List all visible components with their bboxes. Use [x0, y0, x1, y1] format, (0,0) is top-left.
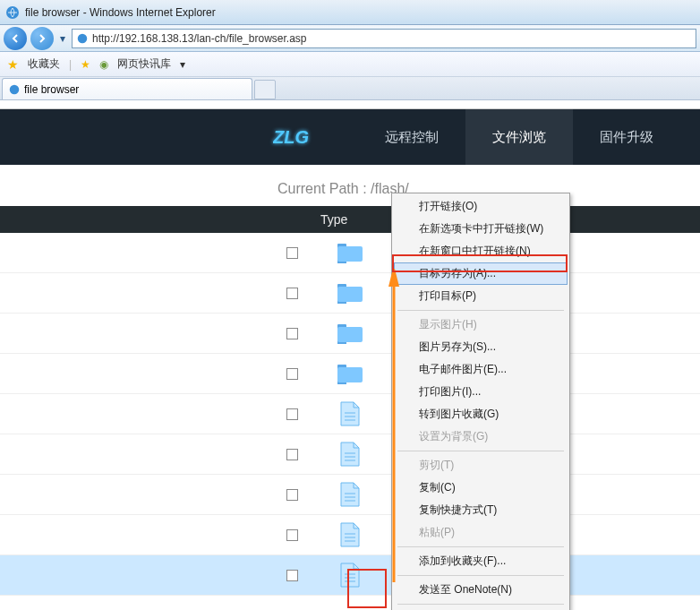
file-row[interactable]	[0, 394, 700, 434]
ctx-open-link[interactable]: 打开链接(O)	[394, 195, 568, 218]
window-title: file browser - Windows Internet Explorer	[25, 6, 216, 19]
ctx-goto-image-fav[interactable]: 转到图片收藏(G)	[394, 403, 568, 425]
browser-navbar: ▾	[0, 25, 700, 52]
svg-point-2	[10, 84, 20, 94]
ctx-print-target[interactable]: 打印目标(P)	[394, 285, 568, 307]
address-bar[interactable]	[72, 29, 696, 48]
row-checkbox[interactable]	[286, 328, 298, 339]
ctx-show-image: 显示图片(H)	[394, 314, 568, 336]
favorites-bar: ★ 收藏夹 | ★ ◉ 网页快讯库 ▾	[0, 52, 700, 77]
nav-remote-control[interactable]: 远程控制	[358, 109, 465, 165]
folder-icon[interactable]	[334, 240, 366, 265]
nav-history-dropdown[interactable]: ▾	[57, 28, 68, 49]
ctx-email-image[interactable]: 电子邮件图片(E)...	[394, 358, 568, 381]
svg-rect-7	[337, 287, 363, 302]
file-row[interactable]: dso_1.wfm	[0, 555, 700, 596]
svg-rect-5	[337, 246, 363, 262]
forward-button[interactable]	[30, 27, 54, 50]
file-row[interactable]	[0, 354, 700, 394]
folder-icon[interactable]	[334, 280, 366, 305]
file-row[interactable]	[0, 475, 700, 515]
tab-title: file browser	[24, 83, 79, 96]
context-menu: 打开链接(O) 在新选项卡中打开链接(W) 在新窗口中打开链接(N) 目标另存为…	[391, 193, 570, 610]
separator: |	[69, 58, 72, 71]
tab-bar: file browser	[0, 77, 700, 100]
folder-icon[interactable]	[334, 361, 366, 386]
favorites-star-icon[interactable]: ★	[7, 57, 19, 72]
row-checkbox[interactable]	[286, 247, 298, 259]
ctx-save-image-as[interactable]: 图片另存为(S)...	[394, 336, 568, 358]
new-tab-button[interactable]	[254, 80, 276, 99]
page-header: ZLG 远程控制 文件浏览 固件升级	[0, 109, 700, 165]
ctx-print-image[interactable]: 打印图片(I)...	[394, 381, 568, 403]
ctx-copy[interactable]: 复制(C)	[394, 477, 568, 499]
url-input[interactable]	[92, 32, 692, 45]
file-icon[interactable]	[334, 522, 366, 547]
ctx-add-to-favorites[interactable]: 添加到收藏夹(F)...	[394, 550, 568, 572]
ctx-separator	[397, 310, 564, 311]
svg-rect-11	[337, 367, 363, 382]
ie-icon	[5, 5, 20, 20]
ie-tab-icon	[8, 83, 21, 96]
ctx-separator	[397, 546, 564, 547]
dropdown-icon[interactable]: ▾	[180, 58, 185, 71]
ctx-separator	[397, 575, 564, 576]
nav-firmware-upgrade[interactable]: 固件升级	[573, 109, 680, 165]
svg-point-1	[78, 33, 88, 43]
path-label: Current Path :	[277, 181, 367, 196]
folder-icon[interactable]	[334, 321, 366, 346]
file-icon[interactable]	[334, 482, 366, 507]
ctx-separator	[397, 451, 564, 451]
quick-links-label[interactable]: 网页快讯库	[117, 56, 171, 72]
nav-file-browse[interactable]: 文件浏览	[465, 109, 573, 165]
file-row[interactable]	[0, 273, 700, 314]
row-checkbox[interactable]	[286, 529, 298, 541]
zlg-logo[interactable]: ZLG	[269, 124, 322, 150]
file-row[interactable]	[0, 434, 700, 475]
ctx-open-new-tab[interactable]: 在新选项卡中打开链接(W)	[394, 218, 568, 240]
file-list: dso_1.wfm	[0, 233, 700, 596]
web-slice-icon: ◉	[99, 58, 108, 71]
ctx-separator	[397, 604, 564, 605]
file-row[interactable]	[0, 314, 700, 354]
content-divider	[0, 100, 700, 109]
file-icon[interactable]	[334, 442, 366, 467]
ie-page-icon	[76, 32, 89, 45]
svg-text:ZLG: ZLG	[273, 127, 309, 147]
window-titlebar: file browser - Windows Internet Explorer	[0, 0, 700, 25]
back-button[interactable]	[4, 27, 27, 50]
ctx-set-as-background: 设置为背景(G)	[394, 425, 568, 448]
file-icon[interactable]	[334, 401, 366, 426]
ctx-paste: 粘贴(P)	[394, 521, 568, 544]
file-icon[interactable]	[334, 563, 366, 588]
ctx-open-new-window[interactable]: 在新窗口中打开链接(N)	[394, 240, 568, 262]
ctx-send-onenote[interactable]: 发送至 OneNote(N)	[394, 579, 568, 601]
row-checkbox[interactable]	[286, 408, 298, 420]
suggested-icon: ★	[81, 58, 90, 71]
ctx-cut: 剪切(T)	[394, 454, 568, 477]
browser-tab[interactable]: file browser	[2, 78, 252, 99]
ctx-copy-shortcut[interactable]: 复制快捷方式(T)	[394, 499, 568, 521]
svg-rect-9	[337, 327, 363, 342]
current-path-row: Current Path : /flash/	[0, 165, 700, 206]
file-row[interactable]	[0, 515, 700, 555]
column-type: Type	[320, 212, 383, 227]
row-checkbox[interactable]	[286, 449, 298, 460]
ctx-save-target-as[interactable]: 目标另存为(A)...	[394, 262, 568, 285]
file-table-header: Type	[0, 206, 700, 233]
file-row[interactable]	[0, 233, 700, 273]
row-checkbox[interactable]	[286, 489, 298, 501]
row-checkbox[interactable]	[286, 368, 298, 380]
row-checkbox[interactable]	[286, 288, 298, 299]
row-checkbox[interactable]	[286, 570, 298, 581]
favorites-label[interactable]: 收藏夹	[28, 56, 60, 72]
